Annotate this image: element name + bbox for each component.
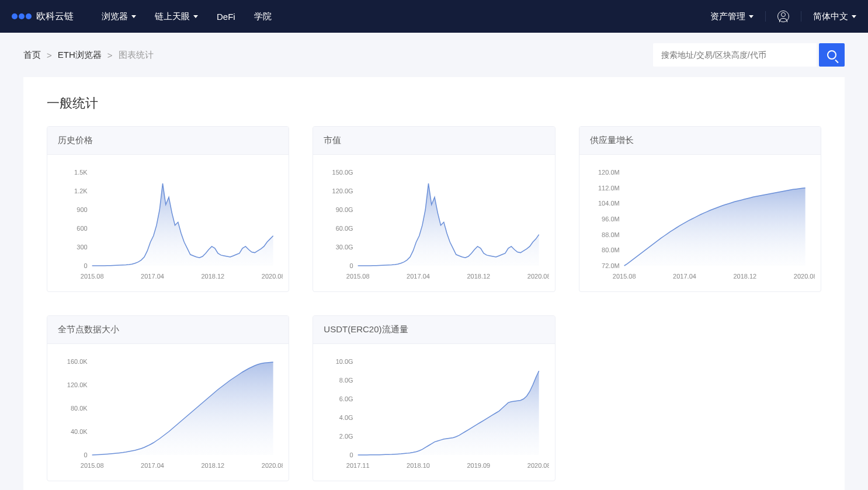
chart-card-nodesize[interactable]: 全节点数据大小 040.0K80.0K120.0K160.0K2015.0820… [47, 315, 289, 481]
svg-text:2017.04: 2017.04 [141, 273, 164, 280]
search-button[interactable] [819, 43, 845, 67]
svg-text:72.0M: 72.0M [602, 262, 620, 269]
nav-defi[interactable]: DeFi [217, 11, 235, 22]
svg-text:2017.04: 2017.04 [141, 462, 164, 469]
svg-text:96.0M: 96.0M [602, 216, 620, 223]
chart-card-price[interactable]: 历史价格 03006009001.2K1.5K2015.082017.04201… [47, 126, 289, 292]
language-selector[interactable]: 简体中文 [813, 11, 856, 22]
svg-text:0: 0 [350, 262, 353, 269]
user-icon[interactable] [777, 11, 789, 22]
svg-text:0: 0 [350, 451, 353, 458]
svg-text:112.0M: 112.0M [598, 185, 620, 192]
svg-text:2015.08: 2015.08 [81, 462, 104, 469]
asset-label: 资产管理 [710, 11, 745, 22]
chart-svg-supply: 72.0M80.0M88.0M96.0M104.0M112.0M120.0M20… [585, 166, 815, 283]
main-nav: 浏览器 链上天眼 DeFi 学院 [102, 11, 272, 22]
search-input[interactable] [653, 43, 817, 67]
breadcrumb-current: 图表统计 [119, 50, 154, 61]
divider [765, 11, 766, 22]
svg-text:80.0M: 80.0M [602, 246, 620, 253]
nav-onchain-label: 链上天眼 [155, 11, 190, 22]
svg-text:900: 900 [77, 206, 87, 213]
chart-svg-marketcap: 030.0G60.0G90.0G120.0G150.0G2015.082017.… [319, 166, 548, 283]
svg-text:300: 300 [77, 244, 87, 251]
svg-text:6.0G: 6.0G [339, 395, 353, 402]
svg-text:60.0G: 60.0G [336, 225, 353, 232]
logo-text: 欧科云链 [36, 11, 74, 23]
svg-text:120.0M: 120.0M [598, 169, 620, 176]
svg-text:2018.12: 2018.12 [201, 273, 224, 280]
nav-defi-label: DeFi [217, 12, 235, 22]
logo[interactable]: 欧科云链 [12, 11, 74, 23]
svg-text:2020.08: 2020.08 [527, 462, 549, 469]
top-header: 欧科云链 浏览器 链上天眼 DeFi 学院 资产管理 简体中文 [0, 0, 868, 33]
svg-text:1.2K: 1.2K [74, 187, 88, 194]
svg-text:2017.04: 2017.04 [407, 273, 430, 280]
nav-browser[interactable]: 浏览器 [102, 11, 136, 22]
svg-text:2019.09: 2019.09 [467, 462, 491, 469]
chart-title: USDT(ERC20)流通量 [313, 316, 554, 344]
subheader: 首页 > ETH浏览器 > 图表统计 [0, 33, 868, 77]
chevron-down-icon [852, 15, 856, 18]
search-wrap [653, 43, 845, 67]
svg-text:80.0K: 80.0K [71, 405, 88, 412]
chart-svg-price: 03006009001.2K1.5K2015.082017.042018.122… [53, 166, 283, 283]
nav-academy[interactable]: 学院 [254, 11, 272, 22]
chart-body: 02.0G4.0G6.0G8.0G10.0G2017.112018.102019… [313, 344, 554, 481]
breadcrumb-explorer[interactable]: ETH浏览器 [58, 50, 102, 61]
nav-academy-label: 学院 [254, 11, 272, 22]
svg-text:2018.12: 2018.12 [201, 462, 224, 469]
header-right: 资产管理 简体中文 [710, 11, 856, 22]
svg-text:2015.08: 2015.08 [81, 273, 104, 280]
svg-text:40.0K: 40.0K [71, 428, 88, 435]
svg-text:30.0G: 30.0G [336, 244, 353, 251]
breadcrumb: 首页 > ETH浏览器 > 图表统计 [23, 50, 154, 61]
svg-text:10.0G: 10.0G [336, 358, 353, 365]
chart-card-usdt[interactable]: USDT(ERC20)流通量 02.0G4.0G6.0G8.0G10.0G201… [313, 315, 555, 481]
chart-card-supply[interactable]: 供应量增长 72.0M80.0M88.0M96.0M104.0M112.0M12… [579, 126, 821, 292]
chart-body: 030.0G60.0G90.0G120.0G150.0G2015.082017.… [313, 155, 554, 291]
svg-text:2020.08: 2020.08 [262, 273, 283, 280]
svg-text:160.0K: 160.0K [67, 358, 88, 365]
divider [801, 11, 801, 22]
nav-onchain[interactable]: 链上天眼 [155, 11, 198, 22]
nav-browser-label: 浏览器 [102, 11, 128, 22]
svg-text:600: 600 [77, 225, 87, 232]
breadcrumb-home[interactable]: 首页 [23, 50, 41, 61]
asset-management[interactable]: 资产管理 [710, 11, 754, 22]
svg-text:0: 0 [84, 451, 88, 458]
svg-text:2.0G: 2.0G [339, 433, 353, 440]
breadcrumb-sep: > [47, 50, 52, 60]
svg-text:120.0G: 120.0G [332, 187, 353, 194]
svg-text:2020.08: 2020.08 [793, 273, 815, 280]
chart-title: 历史价格 [47, 127, 289, 155]
chart-svg-usdt: 02.0G4.0G6.0G8.0G10.0G2017.112018.102019… [319, 356, 548, 472]
section-title: 一般统计 [47, 95, 821, 112]
logo-icon [12, 13, 32, 19]
svg-text:4.0G: 4.0G [339, 414, 353, 421]
svg-text:2018.10: 2018.10 [407, 462, 430, 469]
chevron-down-icon [131, 15, 136, 18]
chart-svg-nodesize: 040.0K80.0K120.0K160.0K2015.082017.04201… [53, 356, 283, 472]
svg-text:120.0K: 120.0K [67, 381, 88, 388]
svg-text:2018.12: 2018.12 [467, 273, 491, 280]
svg-text:1.5K: 1.5K [74, 169, 88, 176]
chevron-down-icon [193, 15, 198, 18]
chart-body: 03006009001.2K1.5K2015.082017.042018.122… [47, 155, 289, 291]
svg-text:2015.08: 2015.08 [346, 273, 370, 280]
chart-title: 全节点数据大小 [47, 316, 289, 344]
header-left: 欧科云链 浏览器 链上天眼 DeFi 学院 [12, 11, 272, 23]
search-icon [827, 50, 836, 60]
content: 一般统计 历史价格 03006009001.2K1.5K2015.082017.… [23, 77, 845, 490]
svg-text:2017.11: 2017.11 [346, 462, 370, 469]
svg-text:8.0G: 8.0G [339, 377, 353, 384]
svg-text:2017.04: 2017.04 [673, 273, 696, 280]
chart-title: 供应量增长 [579, 127, 821, 155]
breadcrumb-sep: > [107, 50, 113, 60]
svg-text:2015.08: 2015.08 [612, 273, 636, 280]
chart-card-marketcap[interactable]: 市值 030.0G60.0G90.0G120.0G150.0G2015.0820… [313, 126, 555, 292]
chart-body: 72.0M80.0M88.0M96.0M104.0M112.0M120.0M20… [579, 155, 821, 291]
svg-text:90.0G: 90.0G [336, 206, 353, 213]
svg-text:104.0M: 104.0M [598, 200, 620, 207]
svg-text:88.0M: 88.0M [602, 231, 620, 238]
